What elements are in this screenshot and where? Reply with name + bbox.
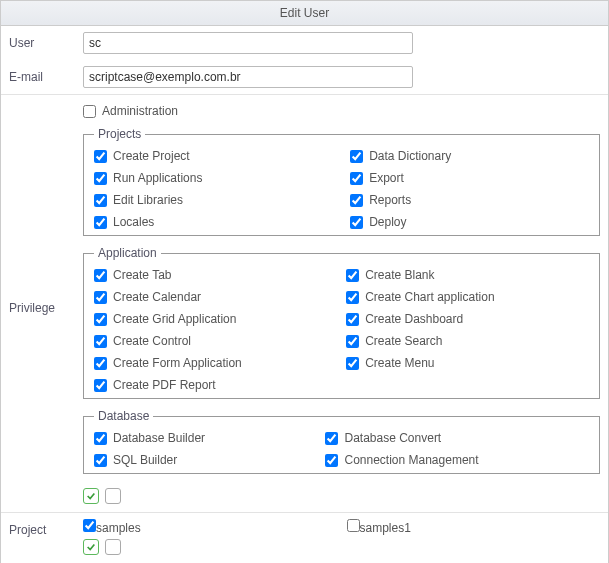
projects-option: Reports	[350, 193, 589, 207]
database-option-label: Database Convert	[344, 431, 441, 445]
project-option: samples1	[347, 519, 601, 535]
database-checkbox[interactable]	[94, 432, 107, 445]
projects-option: Locales	[94, 215, 340, 229]
application-option: Create Menu	[346, 356, 589, 370]
projects-checkbox[interactable]	[94, 150, 107, 163]
projects-option-label: Export	[369, 171, 404, 185]
projects-fieldset: Projects Create ProjectData DictionaryRu…	[83, 127, 600, 236]
application-option: Create Chart application	[346, 290, 589, 304]
administration-checkbox[interactable]	[83, 105, 96, 118]
application-option-label: Create Menu	[365, 356, 434, 370]
database-option: Connection Management	[325, 453, 589, 467]
project-checkbox[interactable]	[347, 519, 360, 532]
application-option-label: Create Calendar	[113, 290, 201, 304]
database-option: Database Builder	[94, 431, 315, 445]
user-row: User	[1, 26, 608, 60]
privilege-uncheck-all-button[interactable]	[105, 488, 121, 504]
application-option-label: Create PDF Report	[113, 378, 216, 392]
application-legend: Application	[94, 246, 161, 260]
projects-option-label: Reports	[369, 193, 411, 207]
application-checkbox[interactable]	[94, 379, 107, 392]
check-icon	[86, 542, 96, 552]
application-checkbox[interactable]	[94, 269, 107, 282]
database-checkbox[interactable]	[325, 432, 338, 445]
project-uncheck-all-button[interactable]	[105, 539, 121, 555]
application-option: Create PDF Report	[94, 378, 336, 392]
projects-checkbox[interactable]	[350, 172, 363, 185]
privilege-check-all-button[interactable]	[83, 488, 99, 504]
application-option-label: Create Control	[113, 334, 191, 348]
edit-user-panel: Edit User User E-mail Privilege Administ…	[0, 0, 609, 563]
application-checkbox[interactable]	[94, 291, 107, 304]
projects-checkbox[interactable]	[94, 172, 107, 185]
projects-option: Edit Libraries	[94, 193, 340, 207]
projects-checkbox[interactable]	[350, 150, 363, 163]
projects-option-label: Run Applications	[113, 171, 202, 185]
application-fieldset: Application Create TabCreate BlankCreate…	[83, 246, 600, 399]
administration-option: Administration	[83, 101, 600, 121]
database-option-label: Database Builder	[113, 431, 205, 445]
user-label: User	[9, 32, 79, 50]
application-option: Create Grid Application	[94, 312, 336, 326]
application-option-label: Create Blank	[365, 268, 434, 282]
application-checkbox[interactable]	[346, 269, 359, 282]
project-check-all-button[interactable]	[83, 539, 99, 555]
application-checkbox[interactable]	[346, 313, 359, 326]
application-checkbox[interactable]	[346, 335, 359, 348]
projects-option: Deploy	[350, 215, 589, 229]
application-option: Create Tab	[94, 268, 336, 282]
projects-option: Run Applications	[94, 171, 340, 185]
panel-title: Edit User	[1, 1, 608, 26]
application-option: Create Calendar	[94, 290, 336, 304]
database-legend: Database	[94, 409, 153, 423]
project-bulk-row	[83, 535, 600, 557]
user-input[interactable]	[83, 32, 413, 54]
project-option-label: samples1	[360, 521, 411, 535]
projects-checkbox[interactable]	[350, 194, 363, 207]
check-icon	[86, 491, 96, 501]
application-option-label: Create Chart application	[365, 290, 494, 304]
projects-checkbox[interactable]	[94, 216, 107, 229]
project-checkbox[interactable]	[83, 519, 96, 532]
application-checkbox[interactable]	[346, 291, 359, 304]
application-option-label: Create Search	[365, 334, 442, 348]
application-checkbox[interactable]	[94, 357, 107, 370]
project-option-label: samples	[96, 521, 141, 535]
application-checkbox[interactable]	[94, 313, 107, 326]
database-checkbox[interactable]	[325, 454, 338, 467]
database-option: SQL Builder	[94, 453, 315, 467]
application-checkbox[interactable]	[94, 335, 107, 348]
application-option-label: Create Tab	[113, 268, 171, 282]
application-option: Create Dashboard	[346, 312, 589, 326]
application-option-label: Create Dashboard	[365, 312, 463, 326]
privilege-label: Privilege	[9, 101, 79, 315]
database-checkbox[interactable]	[94, 454, 107, 467]
application-checkbox[interactable]	[346, 357, 359, 370]
database-option: Database Convert	[325, 431, 589, 445]
projects-option-label: Deploy	[369, 215, 406, 229]
application-option-label: Create Grid Application	[113, 312, 236, 326]
email-row: E-mail	[1, 60, 608, 94]
application-option: Create Search	[346, 334, 589, 348]
projects-option-label: Create Project	[113, 149, 190, 163]
database-option-label: Connection Management	[344, 453, 478, 467]
email-input[interactable]	[83, 66, 413, 88]
projects-option-label: Data Dictionary	[369, 149, 451, 163]
projects-checkbox[interactable]	[94, 194, 107, 207]
projects-option: Data Dictionary	[350, 149, 589, 163]
project-label: Project	[9, 519, 79, 537]
email-label: E-mail	[9, 66, 79, 84]
application-option: Create Control	[94, 334, 336, 348]
projects-checkbox[interactable]	[350, 216, 363, 229]
project-row: Project samplessamples1	[1, 512, 608, 563]
application-option: Create Form Application	[94, 356, 336, 370]
database-fieldset: Database Database BuilderDatabase Conver…	[83, 409, 600, 474]
form-body: User E-mail Privilege Administration	[1, 26, 608, 563]
project-option: samples	[83, 519, 337, 535]
projects-option-label: Edit Libraries	[113, 193, 183, 207]
projects-option: Create Project	[94, 149, 340, 163]
projects-option-label: Locales	[113, 215, 154, 229]
application-option-label: Create Form Application	[113, 356, 242, 370]
administration-label: Administration	[102, 104, 178, 118]
privilege-row: Privilege Administration Projects Create…	[1, 94, 608, 512]
